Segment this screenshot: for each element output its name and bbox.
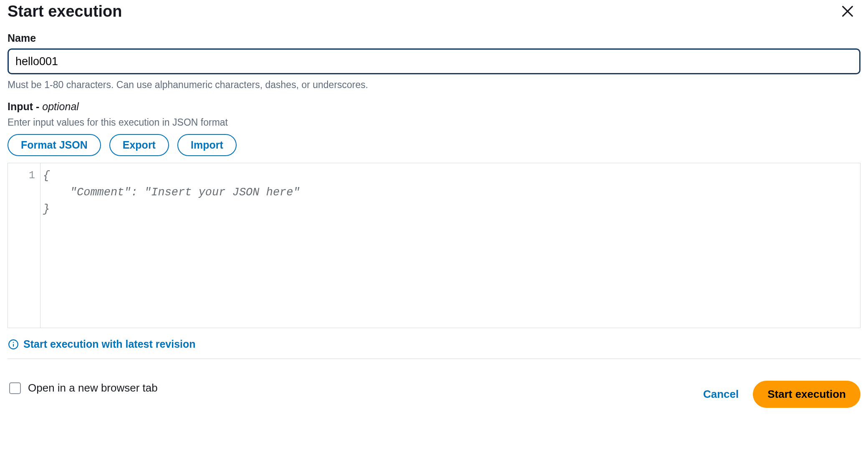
input-description: Enter input values for this execution in… (8, 117, 860, 128)
start-with-latest-revision-link[interactable]: Start execution with latest revision (23, 338, 196, 350)
open-new-tab-row[interactable]: Open in a new browser tab (8, 381, 158, 395)
info-icon (8, 339, 19, 350)
dialog-header: Start execution (8, 3, 860, 32)
editor-code[interactable]: { "Comment": "Insert your JSON here" } (40, 163, 860, 328)
footer-actions: Cancel Start execution (701, 381, 860, 408)
format-json-button[interactable]: Format JSON (8, 134, 101, 156)
input-label-prefix: Input - (8, 101, 42, 112)
info-link-row: Start execution with latest revision (8, 338, 860, 350)
name-field-block: Name Must be 1-80 characters. Can use al… (8, 32, 860, 91)
input-label: Input - optional (8, 101, 860, 113)
input-field-block: Input - optional Enter input values for … (8, 101, 860, 328)
close-button[interactable] (839, 3, 856, 20)
open-new-tab-label: Open in a new browser tab (28, 382, 158, 394)
start-execution-button[interactable]: Start execution (753, 381, 860, 408)
start-execution-dialog: Start execution Name Must be 1-80 charac… (0, 0, 868, 412)
svg-point-4 (13, 341, 14, 342)
editor-line-number: 1 (8, 167, 40, 184)
name-helper-text: Must be 1-80 characters. Can use alphanu… (8, 79, 860, 91)
export-button[interactable]: Export (109, 134, 169, 156)
cancel-button[interactable]: Cancel (701, 384, 741, 405)
input-toolbar: Format JSON Export Import (8, 134, 860, 156)
dialog-title: Start execution (8, 3, 122, 20)
dialog-footer: Open in a new browser tab Cancel Start e… (8, 359, 860, 408)
input-label-optional: optional (42, 101, 79, 112)
name-input[interactable] (8, 48, 860, 74)
open-new-tab-checkbox[interactable] (9, 382, 21, 394)
name-label: Name (8, 32, 860, 44)
import-button[interactable]: Import (177, 134, 237, 156)
close-icon (840, 13, 855, 20)
json-editor[interactable]: 1 { "Comment": "Insert your JSON here" } (8, 163, 860, 328)
editor-gutter: 1 (8, 163, 40, 328)
